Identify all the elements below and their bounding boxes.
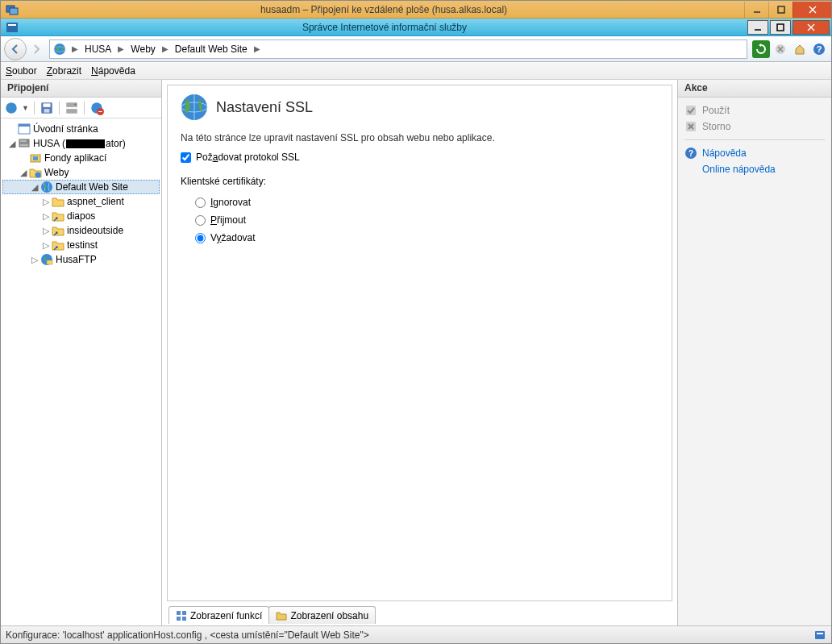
breadcrumb-item[interactable]: HUSA bbox=[81, 42, 114, 56]
svg-point-19 bbox=[6, 102, 17, 114]
svg-rect-6 bbox=[6, 23, 18, 32]
tree-server[interactable]: ◢ HUSA (ator) bbox=[2, 136, 160, 151]
expand-icon[interactable]: ▷ bbox=[29, 254, 40, 265]
features-view-icon bbox=[176, 610, 187, 621]
collapse-icon[interactable]: ◢ bbox=[6, 138, 18, 149]
tree-label: Fondy aplikací bbox=[44, 152, 106, 164]
expand-icon[interactable]: ▷ bbox=[40, 210, 52, 222]
expand-icon[interactable]: ▷ bbox=[40, 239, 52, 251]
save-icon[interactable] bbox=[40, 101, 54, 115]
rdp-maximize-button[interactable] bbox=[768, 2, 792, 18]
action-online-help[interactable]: Online nápověda bbox=[684, 161, 825, 177]
menu-file[interactable]: Soubor bbox=[6, 65, 37, 77]
svg-rect-24 bbox=[66, 109, 77, 114]
home-button[interactable] bbox=[791, 40, 809, 58]
tree-site-folder[interactable]: ▷ insideoutside bbox=[2, 223, 160, 238]
connect-icon[interactable] bbox=[4, 101, 19, 115]
tab-label: Zobrazení obsahu bbox=[290, 610, 368, 621]
status-bar: Konfigurace: 'localhost' applicationHost… bbox=[1, 625, 831, 643]
tree-app-pools[interactable]: Fondy aplikací bbox=[2, 151, 160, 165]
tab-features-view[interactable]: Zobrazení funkcí bbox=[168, 606, 269, 624]
menu-bar: Soubor Zobrazit Nápověda bbox=[1, 62, 831, 80]
sites-folder-icon bbox=[29, 166, 42, 179]
action-label: Použít bbox=[702, 105, 730, 116]
tree-server-icon[interactable] bbox=[64, 101, 79, 115]
tree-label: Default Web Site bbox=[56, 181, 128, 193]
help-button[interactable]: ? bbox=[810, 40, 828, 58]
apply-icon bbox=[684, 104, 697, 117]
action-apply: Použít bbox=[684, 102, 825, 118]
expand-icon[interactable]: ▷ bbox=[40, 196, 52, 207]
rdp-title: husaadm – Připojení ke vzdálené ploše (h… bbox=[23, 4, 744, 15]
iis-close-button[interactable] bbox=[792, 20, 830, 35]
breadcrumb-item[interactable]: Default Web Site bbox=[172, 42, 251, 56]
radio-ignore[interactable] bbox=[195, 197, 206, 208]
svg-rect-35 bbox=[33, 156, 38, 160]
status-icon bbox=[813, 629, 826, 642]
iis-maximize-button[interactable] bbox=[770, 20, 791, 35]
svg-rect-44 bbox=[182, 611, 186, 615]
ssl-feature-icon bbox=[181, 93, 208, 121]
menu-help[interactable]: Nápověda bbox=[91, 65, 135, 77]
chevron-right-icon: ▶ bbox=[252, 44, 262, 53]
connections-title: Připojení bbox=[1, 80, 161, 98]
content-panel: Nastavení SSL Na této stránce lze upravi… bbox=[162, 80, 678, 625]
svg-rect-46 bbox=[182, 617, 186, 621]
radio-require[interactable] bbox=[195, 233, 206, 243]
view-tabs: Zobrazení funkcí Zobrazení obsahu bbox=[162, 606, 677, 625]
require-ssl-label: Požadovat protokol SSL bbox=[196, 152, 300, 163]
action-help[interactable]: ? Nápověda bbox=[684, 145, 825, 161]
collapse-icon[interactable]: ◢ bbox=[29, 181, 40, 193]
refresh-button[interactable] bbox=[752, 40, 770, 58]
svg-rect-43 bbox=[177, 611, 181, 615]
folder-link-icon bbox=[52, 210, 64, 222]
nav-forward-button[interactable] bbox=[30, 42, 44, 56]
help-icon: ? bbox=[684, 147, 697, 160]
nav-back-button[interactable] bbox=[4, 38, 27, 60]
tree-site-folder[interactable]: ▷ diapos bbox=[2, 209, 160, 223]
require-ssl-checkbox-row[interactable]: Požadovat protokol SSL bbox=[181, 152, 659, 163]
tree-site-folder[interactable]: ▷ aspnet_client bbox=[2, 194, 160, 209]
delete-connection-icon[interactable] bbox=[89, 101, 104, 115]
tab-content-view[interactable]: Zobrazení obsahu bbox=[268, 606, 376, 624]
rdp-close-button[interactable] bbox=[792, 2, 831, 18]
iis-title: Správce Internetové informační služby bbox=[23, 22, 746, 33]
svg-text:?: ? bbox=[817, 44, 822, 54]
svg-rect-45 bbox=[177, 617, 181, 621]
chevron-right-icon: ▶ bbox=[116, 44, 126, 53]
breadcrumb-item[interactable]: Weby bbox=[127, 42, 158, 56]
radio-require-label: Vyžadovat bbox=[210, 232, 256, 243]
collapse-icon[interactable]: ◢ bbox=[18, 167, 29, 178]
svg-point-37 bbox=[41, 181, 52, 193]
rdp-title-bar: husaadm – Připojení ke vzdálené ploše (h… bbox=[1, 1, 831, 19]
radio-accept[interactable] bbox=[195, 215, 206, 226]
svg-rect-53 bbox=[815, 631, 825, 639]
tree-start-page[interactable]: Úvodní stránka bbox=[2, 122, 160, 136]
rdp-minimize-button[interactable] bbox=[744, 2, 768, 18]
breadcrumb[interactable]: ▶ HUSA ▶ Weby ▶ Default Web Site ▶ bbox=[49, 39, 747, 59]
dropdown-icon[interactable]: ▼ bbox=[22, 104, 29, 112]
chevron-right-icon: ▶ bbox=[160, 44, 170, 53]
tree-ftp-site[interactable]: ▷ HusaFTP bbox=[2, 252, 160, 267]
svg-point-12 bbox=[54, 44, 65, 55]
server-icon bbox=[18, 137, 31, 150]
status-text: Konfigurace: 'localhost' applicationHost… bbox=[6, 629, 369, 641]
stop-button[interactable] bbox=[772, 40, 789, 58]
svg-point-36 bbox=[35, 172, 41, 178]
home-icon bbox=[18, 123, 31, 135]
radio-ignore-row[interactable]: Ignorovat bbox=[195, 193, 659, 211]
menu-view[interactable]: Zobrazit bbox=[47, 65, 81, 77]
radio-require-row[interactable]: Vyžadovat bbox=[195, 229, 659, 247]
connections-tree[interactable]: Úvodní stránka ◢ HUSA (ator) Fondy aplik… bbox=[1, 118, 161, 625]
tree-site-folder[interactable]: ▷ testinst bbox=[2, 238, 160, 252]
tree-sites[interactable]: ◢ Weby bbox=[2, 165, 160, 180]
radio-accept-row[interactable]: Přijmout bbox=[195, 211, 659, 229]
connections-panel: Připojení ▼ Úvodní stránka ◢ bbox=[1, 80, 162, 625]
page-description: Na této stránce lze upravit nastavení SS… bbox=[181, 132, 659, 143]
iis-minimize-button[interactable] bbox=[747, 20, 768, 35]
action-cancel: Storno bbox=[684, 118, 825, 135]
svg-rect-9 bbox=[777, 24, 784, 31]
expand-icon[interactable]: ▷ bbox=[40, 225, 52, 236]
require-ssl-checkbox[interactable] bbox=[181, 152, 191, 163]
tree-default-web-site[interactable]: ◢ Default Web Site bbox=[2, 180, 160, 194]
